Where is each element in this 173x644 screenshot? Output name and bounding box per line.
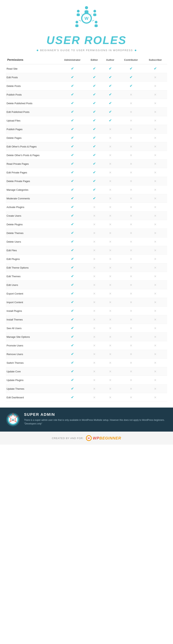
cell-subscriber: ✕	[144, 289, 167, 298]
svg-point-4	[94, 10, 96, 12]
cell-author: ✕	[102, 332, 118, 341]
permission-label: Delete Other's Posts & Pages	[6, 151, 58, 160]
cell-author: ✕	[102, 384, 118, 393]
check-icon: ✔	[71, 170, 74, 174]
cell-subscriber: ✕	[144, 194, 167, 203]
cell-subscriber: ✕	[144, 281, 167, 289]
cross-icon: ✕	[109, 154, 112, 157]
cross-icon: ✕	[154, 378, 156, 382]
check-icon: ✔	[71, 118, 74, 122]
permission-label: Activate Plugins	[6, 203, 58, 212]
check-icon: ✔	[154, 67, 157, 70]
permission-label: Export Content	[6, 289, 58, 298]
cell-editor: ✔	[87, 177, 102, 186]
check-icon: ✔	[93, 75, 96, 79]
table-row: Upload Files✔✔✔✕✕	[6, 116, 167, 125]
cross-icon: ✕	[154, 283, 156, 287]
cross-icon: ✕	[93, 309, 96, 312]
cell-subscriber: ✕	[144, 272, 167, 281]
cross-icon: ✕	[93, 292, 96, 295]
permission-label: Update Themes	[6, 384, 58, 393]
cross-icon: ✕	[130, 352, 132, 356]
footer-content: SUPER ADMIN There is a super admin user …	[24, 412, 167, 426]
cross-icon: ✕	[154, 249, 156, 252]
cell-subscriber: ✕	[144, 99, 167, 108]
check-icon: ✔	[109, 67, 112, 70]
permission-label: Edit Files	[6, 246, 58, 255]
table-row: Edit Other's Posts & Pages✔✔✕✕✕	[6, 142, 167, 151]
cell-subscriber: ✕	[144, 160, 167, 168]
cross-icon: ✕	[130, 119, 132, 122]
check-icon: ✔	[71, 240, 74, 244]
cross-icon: ✕	[154, 240, 156, 243]
cell-administrator: ✔	[58, 177, 87, 186]
check-icon: ✔	[93, 153, 96, 157]
cross-icon: ✕	[109, 266, 112, 269]
cell-subscriber: ✕	[144, 177, 167, 186]
table-row: Delete Published Posts✔✔✔✕✕	[6, 99, 167, 108]
cell-administrator: ✔	[58, 350, 87, 358]
cell-contributor: ✕	[118, 246, 144, 255]
footer-title: SUPER ADMIN	[24, 412, 167, 417]
cell-author: ✕	[102, 151, 118, 160]
check-icon: ✔	[71, 188, 74, 192]
cross-icon: ✕	[130, 396, 132, 399]
check-icon: ✔	[71, 344, 74, 348]
cell-contributor: ✕	[118, 376, 144, 384]
cell-editor: ✕	[87, 384, 102, 393]
check-icon: ✔	[71, 283, 74, 287]
cross-icon: ✕	[130, 180, 132, 183]
cross-icon: ✕	[154, 188, 156, 192]
cell-author: ✕	[102, 238, 118, 246]
cell-subscriber: ✕	[144, 350, 167, 358]
cell-administrator: ✔	[58, 393, 87, 402]
cell-administrator: ✔	[58, 384, 87, 393]
permission-label: Create Users	[6, 212, 58, 220]
footer-description: There is a super admin user role that is…	[24, 418, 167, 426]
cell-author: ✕	[102, 194, 118, 203]
permission-label: See All Users	[6, 324, 58, 332]
cross-icon: ✕	[154, 275, 156, 278]
table-row: Manage Categories✔✔✕✕✕	[6, 186, 167, 194]
cell-administrator: ✔	[58, 142, 87, 151]
table-header: Permissions Administrator Editor Author …	[6, 56, 167, 64]
cell-subscriber: ✕	[144, 73, 167, 82]
cross-icon: ✕	[130, 301, 132, 304]
table-row: Delete Private Pages✔✔✕✕✕	[6, 177, 167, 186]
cell-author: ✔	[102, 73, 118, 82]
cell-editor: ✕	[87, 246, 102, 255]
cross-icon: ✕	[154, 76, 156, 79]
cross-icon: ✕	[154, 335, 156, 338]
cell-subscriber: ✕	[144, 238, 167, 246]
cell-author: ✕	[102, 203, 118, 212]
cell-contributor: ✕	[118, 315, 144, 324]
cell-author: ✔	[102, 64, 118, 73]
cell-subscriber: ✕	[144, 203, 167, 212]
table-row: Delete Themes✔✕✕✕✕	[6, 229, 167, 238]
cross-icon: ✕	[130, 335, 132, 338]
created-by-text: CREATED BY AND FOR:	[52, 437, 84, 440]
cross-icon: ✕	[93, 214, 96, 218]
cell-contributor: ✕	[118, 203, 144, 212]
cell-administrator: ✔	[58, 73, 87, 82]
cell-author: ✕	[102, 376, 118, 384]
svg-line-10	[82, 14, 82, 14]
cell-contributor: ✕	[118, 255, 144, 263]
cross-icon: ✕	[109, 258, 112, 261]
cross-icon: ✕	[130, 102, 132, 105]
cell-subscriber: ✕	[144, 246, 167, 255]
check-icon: ✔	[71, 257, 74, 261]
cross-icon: ✕	[130, 258, 132, 261]
cross-icon: ✕	[109, 171, 112, 174]
table-body: Read Site✔✔✔✔✔Edit Posts✔✔✔✔✕Delete Post…	[6, 64, 167, 402]
cell-author: ✕	[102, 367, 118, 376]
cross-icon: ✕	[109, 352, 112, 356]
cell-administrator: ✔	[58, 229, 87, 238]
cell-administrator: ✔	[58, 272, 87, 281]
cross-icon: ✕	[109, 136, 112, 140]
cross-icon: ✕	[93, 352, 96, 356]
table-row: Publish Posts✔✔✔✕✕	[6, 90, 167, 99]
beginner-part: beginner	[100, 436, 121, 440]
cross-icon: ✕	[109, 387, 112, 390]
cell-editor: ✕	[87, 315, 102, 324]
